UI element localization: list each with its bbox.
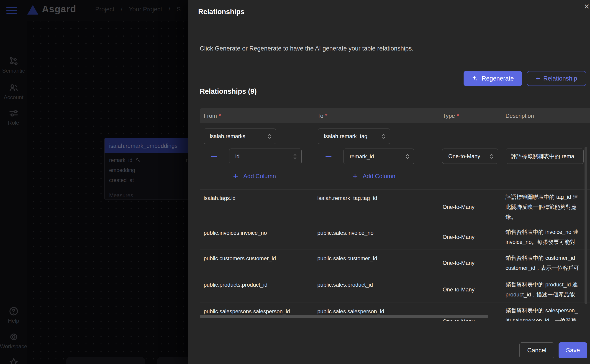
table-node-title: isaiah.remark_embeddings (105, 138, 196, 153)
relationships-modal: Relationships × Click Generate or Regene… (188, 0, 590, 364)
to-column-value: remark_id (350, 153, 405, 160)
remove-column-button[interactable] (326, 153, 331, 159)
help-circle-icon (9, 306, 19, 316)
app-header: Asgard Project / Your Project / S (0, 0, 188, 21)
table-node-remark-embeddings[interactable]: isaiah.remark_embeddings remark_id nu em… (104, 138, 196, 200)
horizontal-scrollbar-thumb[interactable] (200, 315, 488, 318)
sidebar-item-label: Help (8, 318, 19, 324)
to-table-value: isaiah.remark_tag (324, 133, 381, 139)
chevron-updown-icon (489, 153, 494, 159)
breadcrumb-separator: / (121, 6, 123, 13)
type-cell: One-to-Many (442, 260, 475, 266)
relationship-type-value: One-to-Many (448, 153, 489, 159)
description-cell: 銷售資料表中的 product_id 連 product_id，描述一個產品能 (505, 280, 584, 300)
intro-text: Click Generate or Regenerate to have the… (200, 45, 413, 52)
from-cell: public.customers.customer_id (204, 255, 276, 262)
relationship-row[interactable]: public.customers.customer_id public.sale… (200, 250, 590, 276)
breadcrumb-item-clipped[interactable]: S (177, 6, 181, 13)
table-node-column[interactable]: embedding s (105, 165, 196, 175)
from-column-select[interactable]: id (229, 149, 302, 164)
from-cell: public.products.product_id (204, 282, 268, 288)
to-cell: public.sales.salesperson_id (317, 308, 384, 315)
from-cell: isaiah.tags.id (204, 195, 235, 201)
sidebar-item-upgrade[interactable]: Upgrade (0, 358, 27, 364)
chevron-updown-icon (267, 133, 272, 139)
asgard-logo-icon (27, 5, 38, 14)
table-header-row: From* To* Type* Description (200, 108, 590, 123)
column-header-description: Description (505, 113, 534, 119)
plus-icon: + (233, 172, 238, 181)
regenerate-label: Regenerate (482, 75, 514, 82)
from-table-select[interactable]: isaiah.remarks (204, 129, 276, 144)
description-cell: 銷售資料表中的 salesperson_ 的 salesperson_id，一位… (505, 306, 584, 321)
sidebar-item-workspace[interactable]: Workspace (0, 332, 27, 350)
column-header-from: From* (204, 113, 221, 119)
sidebar-item-help[interactable]: Help (0, 306, 27, 324)
to-table-select[interactable]: isaiah.remark_tag (318, 129, 390, 144)
required-asterisk: * (457, 113, 459, 119)
add-column-button[interactable]: + Add Column (352, 172, 395, 181)
sidebar-item-semantic[interactable]: Semantic (0, 56, 27, 74)
from-table-value: isaiah.remarks (210, 133, 267, 139)
relationship-row[interactable]: isaiah.tags.id isaiah.remark_tag.tag_id … (200, 189, 590, 224)
brand-name: Asgard (42, 4, 76, 14)
vertical-scrollbar-thumb[interactable] (584, 147, 587, 304)
from-column-value: id (235, 153, 293, 160)
measures-section-label: Measures (105, 187, 196, 204)
column-name: created_at (109, 177, 134, 183)
relationships-table: From* To* Type* Description isaiah.remar… (200, 108, 590, 321)
to-cell: public.sales.product_id (317, 282, 373, 288)
screen: Asgard Project / Your Project / S Semant… (0, 0, 590, 364)
required-asterisk: * (219, 113, 221, 119)
chevron-updown-icon (381, 133, 386, 139)
description-input[interactable]: 評語標籤關聯表中的 rema (506, 149, 584, 164)
breadcrumb-item-your-project[interactable]: Your Project (129, 6, 162, 13)
relationship-row[interactable]: public.products.product_id public.sales.… (200, 276, 590, 303)
relationship-row[interactable]: public.invoices.invoice_no public.sales.… (200, 224, 590, 250)
users-icon (9, 83, 19, 93)
to-column-select[interactable]: remark_id (343, 149, 414, 164)
to-cell: public.sales.customer_id (317, 255, 377, 262)
sidebar-item-account[interactable]: Account (0, 83, 27, 101)
breadcrumb-separator: / (168, 6, 170, 13)
save-button[interactable]: Save (559, 342, 587, 358)
sidebar: Semantic Account Role Help (0, 21, 27, 364)
column-name: remark_id (109, 157, 132, 163)
required-asterisk: * (325, 113, 327, 119)
description-cell: 銷售資料表中的 customer_id customer_id，表示一位客戶可 (505, 253, 584, 273)
to-cell: public.sales.invoice_no (317, 230, 374, 236)
add-column-button[interactable]: + Add Column (233, 172, 276, 181)
cancel-button[interactable]: Cancel (519, 342, 554, 358)
type-cell: One-to-Many (442, 204, 475, 210)
cancel-label: Cancel (527, 347, 546, 354)
relationship-type-select[interactable]: One-to-Many (442, 149, 498, 164)
remove-column-button[interactable] (211, 153, 217, 159)
section-heading: Relationships (9) (200, 87, 257, 96)
star-icon (9, 358, 19, 364)
minus-icon (326, 156, 331, 157)
relationship-row[interactable]: public.salespersons.salesperson_id publi… (200, 303, 590, 321)
close-icon[interactable]: × (584, 2, 589, 11)
description-cell: 評語標籤關聯表中的 tag_id 連 此關聯反映一個標籤能夠對應 錄。 (505, 192, 584, 222)
chevron-updown-icon (293, 153, 297, 160)
sidebar-item-role[interactable]: Role (0, 108, 27, 126)
menu-icon[interactable] (6, 7, 17, 14)
sidebar-item-label: Workspace (0, 343, 27, 350)
type-cell: One-to-Many (442, 318, 475, 321)
gear-icon (9, 332, 19, 342)
modal-title: Relationships (198, 8, 244, 16)
column-name: embedding (109, 167, 135, 173)
chevron-updown-icon (405, 153, 410, 160)
primary-key-icon (135, 158, 141, 163)
breadcrumb: Project / Your Project / S (95, 6, 181, 13)
sparkle-icon (472, 75, 478, 82)
table-node-column[interactable]: created_at (105, 175, 196, 185)
add-relationship-button[interactable]: + Relationship (527, 71, 586, 86)
minus-icon (211, 156, 217, 157)
regenerate-button[interactable]: Regenerate (463, 71, 522, 86)
add-column-label: Add Column (243, 173, 276, 180)
table-node-column[interactable]: remark_id nu (105, 155, 196, 165)
plus-icon: + (536, 74, 540, 83)
sidebar-item-label: Role (8, 120, 19, 126)
breadcrumb-item-project[interactable]: Project (95, 6, 114, 13)
